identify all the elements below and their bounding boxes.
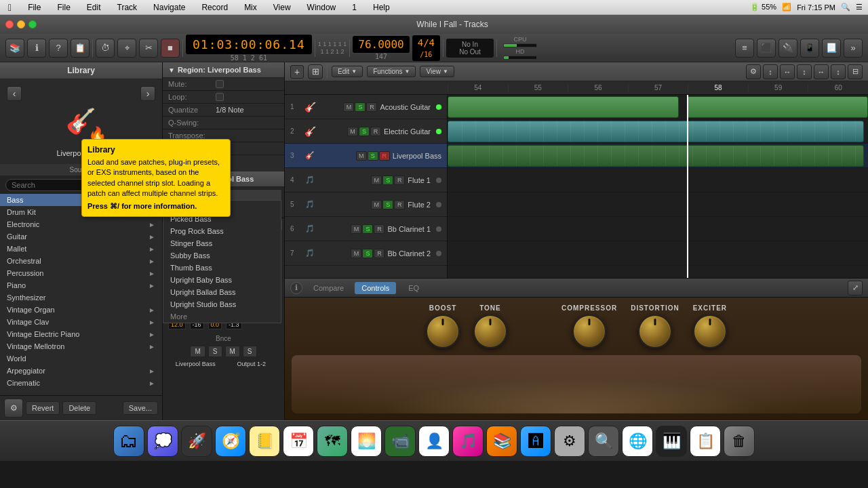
menu-logicprox[interactable]: File bbox=[25, 3, 43, 12]
dock-piano-app[interactable]: 🎹 bbox=[656, 426, 687, 457]
loop-checkbox[interactable] bbox=[216, 93, 224, 101]
menu-edit[interactable]: Edit bbox=[84, 3, 104, 12]
dock-script-editor[interactable]: 📋 bbox=[690, 426, 721, 457]
info-btn[interactable]: ℹ bbox=[27, 39, 46, 58]
inspector-expand-btn[interactable]: ⤢ bbox=[848, 281, 863, 296]
solo-3[interactable]: S bbox=[368, 151, 378, 161]
menu-navigate[interactable]: Navigate bbox=[151, 3, 188, 12]
solo-btn-1[interactable]: S bbox=[208, 346, 222, 357]
loop-tool[interactable]: ↔ bbox=[814, 64, 829, 79]
library-prev-btn[interactable]: ‹ bbox=[7, 86, 22, 101]
more-bass-label[interactable]: More bbox=[163, 310, 281, 323]
submenu-item-upright-ballad[interactable]: Upright Ballad Bass bbox=[163, 286, 281, 298]
menu-mix[interactable]: Mix bbox=[241, 3, 260, 12]
mute-2[interactable]: M bbox=[347, 127, 358, 136]
track-row-7[interactable]: 7 🎵 M S R Bb Clarinet 2 bbox=[285, 241, 447, 266]
solo-1[interactable]: S bbox=[355, 102, 366, 112]
rec-4[interactable]: R bbox=[394, 176, 405, 185]
menu-track[interactable]: Track bbox=[115, 3, 140, 12]
library-item-vintage-ep[interactable]: Vintage Electric Piano ► bbox=[0, 328, 162, 340]
library-item-world[interactable]: World bbox=[0, 352, 162, 365]
region-eg-1[interactable] bbox=[448, 121, 864, 142]
library-item-vintage-organ[interactable]: Vintage Organ ► bbox=[0, 304, 162, 316]
library-next-btn[interactable]: › bbox=[140, 86, 155, 101]
rec-1[interactable]: R bbox=[366, 102, 377, 112]
edit-dropdown[interactable]: Edit ▼ bbox=[332, 66, 363, 77]
menu-window[interactable]: Window bbox=[304, 3, 339, 12]
submenu-item-stinger[interactable]: Stinger Bass bbox=[163, 237, 281, 249]
mute-tool[interactable]: ↕ bbox=[831, 64, 846, 79]
score-btn[interactable]: 📋 bbox=[71, 39, 90, 58]
catch-btn[interactable]: ⊟ bbox=[848, 64, 863, 79]
region-lb-1[interactable] bbox=[448, 145, 864, 167]
revert-button[interactable]: Revert bbox=[26, 401, 60, 415]
eq-tab[interactable]: EQ bbox=[401, 282, 426, 294]
delete-button[interactable]: Delete bbox=[62, 401, 96, 415]
region-ag-1[interactable] bbox=[448, 96, 679, 118]
zoom-tool[interactable]: ↕ bbox=[797, 64, 812, 79]
rec-5[interactable]: R bbox=[394, 200, 405, 209]
mute-3[interactable]: M bbox=[356, 151, 367, 161]
submenu-item-upright-baby[interactable]: Upright Baby Bass bbox=[163, 274, 281, 286]
solo-5[interactable]: S bbox=[382, 200, 393, 209]
menu-file[interactable]: File bbox=[54, 3, 73, 12]
apple-menu[interactable]:  bbox=[5, 2, 14, 13]
menu-help[interactable]: Help bbox=[370, 3, 393, 12]
library-item-vintage-clav[interactable]: Vintage Clav ► bbox=[0, 316, 162, 328]
solo-6[interactable]: S bbox=[362, 224, 373, 234]
dock-appstore[interactable]: 🅰 bbox=[520, 426, 551, 457]
track-row-1[interactable]: 1 🎸 M S R Acoustic Guitar bbox=[285, 95, 447, 119]
rec-2[interactable]: R bbox=[370, 127, 381, 136]
exciter-knob[interactable] bbox=[693, 314, 727, 348]
compressor-knob[interactable] bbox=[572, 314, 606, 348]
maximize-button[interactable] bbox=[28, 20, 37, 28]
dock-notes-app[interactable]: 📒 bbox=[249, 426, 280, 457]
solo-7[interactable]: S bbox=[362, 249, 373, 258]
snap-btn[interactable]: ⌖ bbox=[117, 39, 136, 58]
dock-safari[interactable]: 🧭 bbox=[215, 426, 246, 457]
mute-6[interactable]: M bbox=[351, 224, 361, 234]
dock-sysprefs[interactable]: ⚙ bbox=[554, 426, 585, 457]
editor-btn[interactable]: ⬛ bbox=[757, 39, 776, 58]
add-track-btn[interactable]: + bbox=[290, 65, 304, 79]
save-button[interactable]: Save... bbox=[123, 401, 158, 415]
submenu-item-subby[interactable]: Subby Bass bbox=[163, 249, 281, 262]
dock-trash[interactable]: 🗑 bbox=[724, 426, 755, 457]
menu-1[interactable]: 1 bbox=[349, 3, 359, 12]
library-item-mallet[interactable]: Mallet ► bbox=[0, 243, 162, 255]
controls-tab[interactable]: Controls bbox=[355, 282, 396, 294]
minimize-button[interactable] bbox=[17, 20, 25, 28]
dock-books[interactable]: 📚 bbox=[486, 426, 517, 457]
library-item-guitar[interactable]: Guitar ► bbox=[0, 230, 162, 243]
solo-btn-2[interactable]: S bbox=[243, 346, 257, 357]
submenu-item-thumb[interactable]: Thumb Bass bbox=[163, 262, 281, 274]
track-row-6[interactable]: 6 🎵 M S R Bb Clarinet 1 bbox=[285, 217, 447, 241]
boost-knob[interactable] bbox=[426, 314, 460, 348]
dock-siri[interactable]: 💭 bbox=[147, 426, 178, 457]
distortion-knob[interactable] bbox=[638, 314, 672, 348]
mute-1[interactable]: M bbox=[343, 102, 354, 112]
library-item-vintage-mellotron[interactable]: Vintage Mellotron ► bbox=[0, 340, 162, 352]
io-in-display[interactable]: No InNo Out bbox=[446, 39, 494, 58]
dock-photos[interactable]: 🌅 bbox=[351, 426, 382, 457]
library-gear-btn[interactable]: ⚙ bbox=[4, 399, 23, 418]
track-row-3[interactable]: 3 🎸 M S R Liverpool Bass bbox=[285, 144, 447, 168]
region-quantize-row[interactable]: Quantize 1/8 Note bbox=[163, 104, 284, 117]
stop-btn[interactable]: ■ bbox=[161, 39, 180, 58]
close-button[interactable] bbox=[5, 20, 14, 28]
submenu-item-prog[interactable]: Prog Rock Bass bbox=[163, 225, 281, 237]
library-item-synthesizer[interactable]: Synthesizer bbox=[0, 291, 162, 304]
tone-knob[interactable] bbox=[473, 314, 507, 348]
search-icon[interactable]: 🔍 bbox=[841, 3, 850, 12]
rec-6[interactable]: R bbox=[374, 224, 384, 234]
rec-7[interactable]: R bbox=[374, 249, 384, 258]
listview-btn[interactable]: 📃 bbox=[822, 39, 841, 58]
mute-checkbox[interactable] bbox=[216, 80, 224, 88]
dock-launchpad[interactable]: 🚀 bbox=[181, 426, 212, 457]
pointer-tool[interactable]: ↔ bbox=[780, 64, 795, 79]
transport-position[interactable]: 01:03:00:06.14 58 1 2 61 bbox=[186, 35, 312, 62]
dock-spotlight[interactable]: 🔍 bbox=[588, 426, 619, 457]
solo-4[interactable]: S bbox=[382, 176, 393, 185]
menu-record[interactable]: Record bbox=[199, 3, 231, 12]
view-dropdown[interactable]: View ▼ bbox=[420, 66, 454, 77]
